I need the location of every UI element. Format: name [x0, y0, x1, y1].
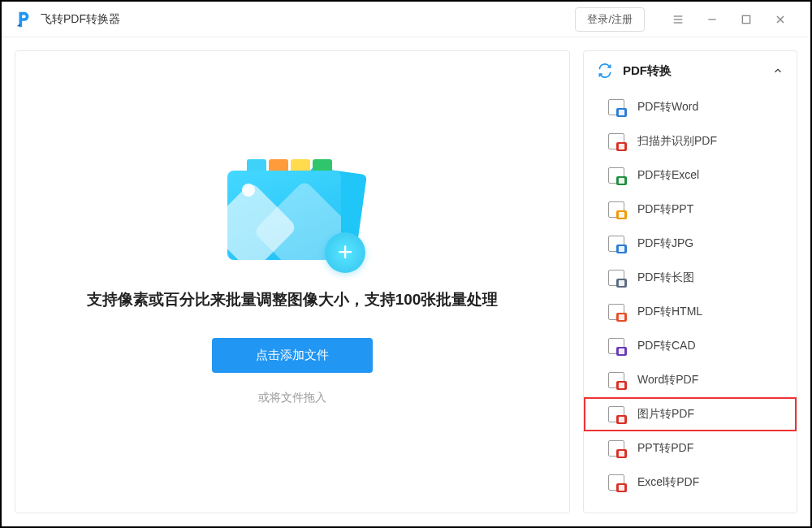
convert-icon	[597, 63, 613, 79]
sidebar-item-label: 图片转PDF	[637, 407, 694, 422]
pdf-to-html-icon	[608, 304, 624, 320]
image-to-pdf-icon	[608, 406, 624, 422]
word-to-pdf-icon	[608, 372, 624, 388]
plus-icon: +	[325, 232, 365, 273]
sidebar-item-label: PDF转CAD	[637, 339, 696, 353]
sidebar-item-pdf-to-excel[interactable]: PDF转Excel	[584, 158, 797, 193]
pdf-to-excel-icon	[608, 167, 624, 184]
svg-rect-14	[619, 348, 624, 354]
sidebar-item-scan-ocr-pdf[interactable]: 扫描并识别PDF	[584, 124, 797, 158]
sidebar-items: PDF转Word扫描并识别PDFPDF转ExcelPDF转PPTPDF转JPGP…	[584, 90, 797, 513]
pdf-to-long-image-icon	[608, 270, 624, 286]
dropzone-headline: 支持像素或百分比来批量调整图像大小，支持100张批量处理	[87, 289, 499, 310]
excel-to-pdf-icon	[608, 474, 624, 491]
close-icon[interactable]	[768, 7, 793, 32]
pdf-to-word-icon	[608, 99, 624, 115]
sidebar-item-pdf-to-long-image[interactable]: PDF转长图	[584, 261, 797, 295]
sidebar-item-pdf-to-word[interactable]: PDF转Word	[584, 90, 797, 124]
sidebar-item-label: PDF转HTML	[637, 305, 702, 319]
sidebar-item-pdf-to-cad[interactable]: PDF转CAD	[584, 329, 797, 363]
svg-rect-11	[619, 246, 624, 252]
sidebar: PDF转换 PDF转Word扫描并识别PDFPDF转ExcelPDF转PPTPD…	[583, 50, 797, 513]
sidebar-category-title: PDF转换	[623, 63, 772, 79]
maximize-icon[interactable]	[734, 7, 758, 32]
app-title: 飞转PDF转换器	[41, 12, 575, 27]
sidebar-item-label: PDF转PPT	[637, 202, 693, 217]
sidebar-category-header[interactable]: PDF转换	[584, 51, 797, 90]
sidebar-item-label: PDF转Excel	[637, 168, 699, 183]
content-area: + 支持像素或百分比来批量调整图像大小，支持100张批量处理 点击添加文件 或将…	[2, 37, 810, 526]
svg-rect-15	[619, 383, 624, 388]
sidebar-item-label: PDF转JPG	[637, 236, 693, 251]
add-file-button[interactable]: 点击添加文件	[212, 338, 373, 373]
svg-rect-10	[619, 212, 624, 218]
sidebar-item-ppt-to-pdf[interactable]: PPT转PDF	[584, 431, 797, 465]
sidebar-item-excel-to-pdf[interactable]: Excel转PDF	[584, 465, 797, 500]
sidebar-item-image-to-pdf[interactable]: 图片转PDF	[584, 397, 797, 431]
app-window: 飞转PDF转换器 登录/注册 +	[0, 0, 812, 528]
minimize-icon[interactable]	[700, 7, 724, 32]
sidebar-item-label: Excel转PDF	[637, 475, 699, 490]
drag-hint: 或将文件拖入	[258, 391, 326, 405]
svg-rect-8	[619, 144, 624, 149]
chevron-up-icon	[772, 65, 784, 76]
svg-rect-13	[619, 314, 624, 320]
menu-icon[interactable]	[666, 7, 690, 32]
sidebar-item-pdf-to-ppt[interactable]: PDF转PPT	[584, 193, 797, 227]
pdf-to-ppt-icon	[608, 201, 624, 218]
svg-rect-16	[619, 417, 624, 422]
svg-rect-18	[619, 485, 624, 491]
sidebar-item-word-to-pdf[interactable]: Word转PDF	[584, 363, 797, 397]
pdf-to-jpg-icon	[608, 236, 624, 252]
svg-rect-17	[619, 451, 624, 457]
sidebar-item-pdf-to-html[interactable]: PDF转HTML	[584, 295, 797, 329]
sidebar-item-label: PDF转Word	[637, 100, 698, 115]
sidebar-item-label: PPT转PDF	[637, 441, 693, 456]
dropzone[interactable]: + 支持像素或百分比来批量调整图像大小，支持100张批量处理 点击添加文件 或将…	[15, 50, 570, 513]
sidebar-item-label: PDF转长图	[637, 270, 694, 285]
svg-rect-9	[619, 178, 624, 184]
pdf-to-cad-icon	[608, 338, 624, 354]
app-logo	[15, 11, 32, 28]
svg-rect-4	[742, 15, 749, 23]
titlebar: 飞转PDF转换器 登录/注册	[2, 2, 810, 37]
svg-rect-12	[619, 280, 624, 286]
sidebar-item-label: Word转PDF	[637, 373, 698, 387]
sidebar-item-pdf-to-jpg[interactable]: PDF转JPG	[584, 227, 797, 261]
folder-illustration: +	[227, 159, 357, 265]
svg-rect-7	[619, 110, 624, 115]
sidebar-item-label: 扫描并识别PDF	[637, 134, 717, 149]
scan-ocr-pdf-icon	[608, 133, 624, 149]
ppt-to-pdf-icon	[608, 440, 624, 457]
login-button[interactable]: 登录/注册	[575, 7, 645, 32]
